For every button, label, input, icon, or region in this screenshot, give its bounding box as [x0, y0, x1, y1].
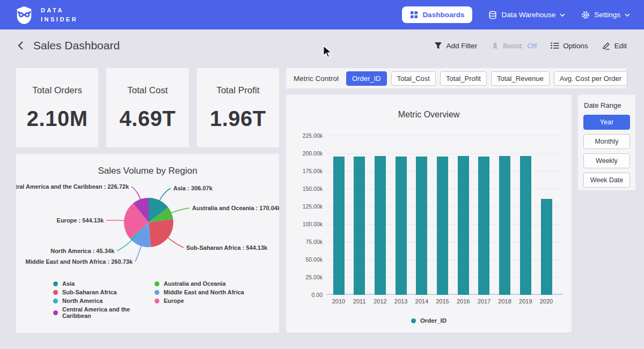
date-range-card: Date Range YearMonthlyWeeklyWeek Date: [578, 95, 635, 190]
boost-toggle[interactable]: Boost: Off: [491, 42, 537, 50]
legend-dot: [53, 299, 58, 303]
x-axis-tick: 2017: [473, 298, 495, 305]
pie-chart-card: Sales Volume by Region Asia : 306.07kAus…: [16, 154, 279, 333]
bar-2012[interactable]: [375, 156, 386, 295]
x-axis-tick: 2016: [452, 298, 474, 305]
kpi-value: 4.69T: [120, 107, 176, 131]
bar-2010[interactable]: [333, 157, 345, 295]
kpi-value: 2.10M: [27, 107, 88, 131]
pie-label-australia-and-oceania: Australia and Oceania : 170.04k: [192, 205, 279, 211]
legend-item-central-america-and-the-caribbean[interactable]: Central America and the Caribbean: [53, 306, 155, 319]
bar-2015[interactable]: [437, 157, 448, 295]
list-options-icon: [551, 42, 559, 49]
kpi-card-total-profit: Total Profit1.96T: [197, 68, 279, 147]
page-title: Sales Dashboard: [33, 39, 120, 52]
pie-leader-line: [131, 187, 141, 201]
kpi-card-total-orders: Total Orders2.10M: [16, 68, 98, 147]
x-axis-tick: 2019: [515, 298, 536, 305]
legend-item-middle-east-and-north-africa[interactable]: Middle East and North Africa: [155, 289, 244, 295]
pie-label-europe: Europe : 544.13k: [57, 217, 104, 224]
pie-label-sub-saharan-africa: Sub-Saharan Africa : 544.13k: [186, 244, 268, 251]
bar-chart-title: Metric Overview: [295, 110, 563, 120]
top-navbar: DATA INSIDER Dashboards Data Warehouse: [0, 0, 644, 29]
legend-dot: [155, 281, 159, 286]
kpi-title: Total Orders: [32, 85, 82, 96]
filter-funnel-icon: [434, 42, 442, 50]
metric-button-total-profit[interactable]: Total_Profit: [440, 71, 487, 86]
back-button[interactable]: [16, 40, 25, 51]
gridline: [327, 153, 563, 154]
boost-status: Off: [527, 42, 537, 50]
gear-icon: [581, 11, 590, 19]
date-range-buttons: YearMonthlyWeeklyWeek Date: [583, 115, 630, 188]
legend-label: Europe: [164, 298, 184, 304]
kpi-card-total-cost: Total Cost4.69T: [106, 68, 188, 147]
x-axis-tick: 2018: [494, 298, 516, 305]
database-icon: [488, 11, 497, 19]
pie-leader-line: [135, 245, 142, 262]
bar-2019[interactable]: [520, 156, 531, 295]
legend-label: Central America and the Caribbean: [62, 306, 155, 319]
y-axis-tick: 125.00k: [295, 203, 323, 210]
legend-label: Asia: [62, 280, 75, 287]
date-range-button-weekly[interactable]: Weekly: [583, 153, 630, 168]
bar-2020[interactable]: [541, 199, 552, 295]
kpi-value: 1.96T: [210, 107, 266, 131]
pie-leader-line: [106, 220, 125, 221]
legend-item-sub-saharan-africa[interactable]: Sub-Saharan Africa: [53, 289, 155, 295]
pie-label-middle-east-and-north-africa: Middle East and North Africa : 260.73k: [26, 258, 133, 265]
pie-chart: Asia : 306.07kAustralia and Oceania : 17…: [16, 179, 279, 280]
legend-label: North America: [62, 298, 103, 304]
pie-leader-line: [159, 188, 171, 202]
date-range-button-week-date[interactable]: Week Date: [583, 173, 630, 188]
edit-button[interactable]: Edit: [602, 41, 627, 50]
y-axis-tick: 225.00k: [295, 132, 323, 139]
date-range-label: Date Range: [584, 101, 630, 109]
date-range-button-year[interactable]: Year: [583, 115, 630, 130]
nav-settings-label: Settings: [594, 11, 620, 19]
legend-label: Middle East and North Africa: [164, 289, 244, 295]
bar-2014[interactable]: [416, 157, 427, 295]
kpi-row: Total Orders2.10MTotal Cost4.69TTotal Pr…: [16, 68, 279, 147]
pie-slice-sub-saharan-africa[interactable]: [149, 219, 173, 247]
nav-dashboards-button[interactable]: Dashboards: [402, 6, 472, 23]
legend-dot: [411, 318, 416, 323]
y-axis-tick: 150.00k: [295, 185, 323, 192]
nav-data-warehouse-label: Data Warehouse: [501, 11, 555, 19]
legend-item-north-america[interactable]: North America: [53, 298, 155, 304]
metric-button-total-cost[interactable]: Total_Cost: [391, 71, 436, 86]
bar-2017[interactable]: [478, 157, 489, 295]
dashboard-grid-icon: [410, 11, 418, 19]
legend-item-australia-and-oceania[interactable]: Australia and Oceania: [155, 280, 244, 287]
brand-logo[interactable]: DATA INSIDER: [14, 5, 78, 25]
y-axis-tick: 0.00: [295, 292, 323, 298]
bar-2011[interactable]: [354, 157, 365, 295]
x-axis-tick: 2012: [369, 298, 391, 305]
pie-legend: AsiaSub-Saharan AfricaNorth AmericaCentr…: [16, 280, 279, 321]
bar-chart-legend[interactable]: Order_ID: [286, 317, 572, 324]
nav-settings[interactable]: Settings: [581, 11, 630, 19]
y-axis-tick: 200.00k: [295, 150, 323, 157]
legend-dot: [53, 290, 58, 295]
pie-leader-line: [117, 240, 133, 251]
legend-item-asia[interactable]: Asia: [53, 280, 155, 287]
legend-item-europe[interactable]: Europe: [155, 298, 244, 304]
y-axis-tick: 25.00k: [295, 274, 323, 280]
pie-leader-line: [167, 237, 184, 248]
bar-2018[interactable]: [499, 156, 510, 295]
bar-2013[interactable]: [396, 157, 407, 295]
add-filter-button[interactable]: Add Filter: [434, 42, 477, 50]
x-axis-tick: 2014: [411, 298, 433, 305]
x-axis-tick: 2013: [390, 298, 412, 305]
bar-2016[interactable]: [458, 156, 469, 295]
metric-button-total-revenue[interactable]: Total_Revenue: [491, 71, 550, 86]
options-button[interactable]: Options: [551, 42, 588, 50]
pie-chart-title: Sales Volume by Region: [16, 154, 279, 176]
nav-data-warehouse[interactable]: Data Warehouse: [488, 11, 565, 19]
metric-button-order-id[interactable]: Order_ID: [346, 71, 386, 86]
legend-label: Australia and Oceania: [164, 280, 226, 287]
y-axis-tick: 175.00k: [295, 168, 323, 174]
y-axis-tick: 100.00k: [295, 221, 323, 227]
metric-button-avg-cost-per-order[interactable]: Avg. Cost per Order: [554, 71, 627, 86]
date-range-button-monthly[interactable]: Monthly: [583, 134, 630, 149]
